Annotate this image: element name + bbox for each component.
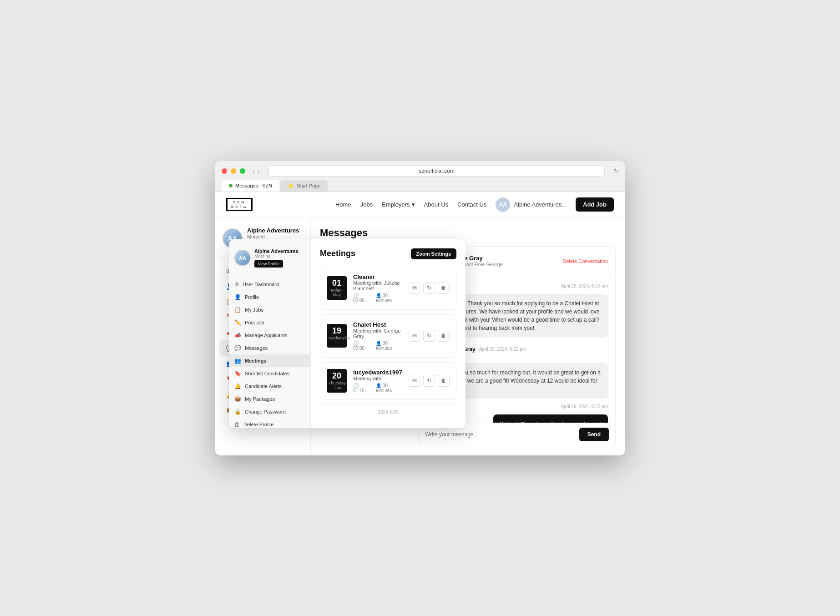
meetings-mini-profile: AA Alpine Adventures Morzine View Profil… xyxy=(229,248,310,273)
meetings-nav-item-messages-mini[interactable]: 💬Messages xyxy=(229,342,310,354)
nav-contact[interactable]: Contact Us xyxy=(457,201,486,208)
meetings-nav-item-manage-applicants-mini[interactable]: 📣Manage Applicants xyxy=(229,329,310,342)
sidebar-company-name: Alpine Adventures xyxy=(247,227,299,234)
mini-icon-profile-mini: 👤 xyxy=(234,294,241,300)
mini-label-profile-mini: Profile xyxy=(245,294,259,300)
nav-employers[interactable]: Employers ▾ xyxy=(382,201,415,208)
meetings-mini-company: Alpine Adventures xyxy=(254,248,299,254)
meetings-list: 01 Today · May Cleaner Meeting with: Jul… xyxy=(320,267,456,400)
meetings-nav-item-post-job-mini[interactable]: ✏️Post Job xyxy=(229,316,310,329)
nav-home[interactable]: Home xyxy=(335,201,351,208)
add-job-button[interactable]: Add Job xyxy=(576,197,614,212)
meetings-sidebar: AA Alpine Adventures Morzine View Profil… xyxy=(229,239,311,428)
mini-icon-meetings-mini: 👥 xyxy=(234,358,241,364)
meetings-nav-item-my-jobs-mini[interactable]: 📋My Jobs xyxy=(229,303,310,316)
meeting-duration-0: 👤 30 Minutes xyxy=(376,293,402,303)
meetings-nav-item-candidate-alerts-mini[interactable]: 🔔Candidate Alerts xyxy=(229,380,310,393)
user-menu[interactable]: AA Alpine Adventures... xyxy=(496,197,567,212)
meetings-view-profile-button[interactable]: View Profile xyxy=(254,260,283,268)
mini-icon-user-dashboard-mini: ⊞ xyxy=(234,281,239,288)
meeting-date-num-0: 01 xyxy=(329,279,345,287)
meeting-edit-1[interactable]: ✉ xyxy=(409,330,420,342)
meeting-duration-2: 👤 30 Minutes xyxy=(376,383,402,393)
meeting-card-2: 20 Thursday · Jun lucyedwards1997 Meetin… xyxy=(320,362,456,400)
meeting-duration-1: 👤 30 Minutes xyxy=(376,341,402,351)
mini-icon-manage-applicants-mini: 📣 xyxy=(234,332,241,338)
meetings-nav-item-my-packages-mini[interactable]: 📦My Packages xyxy=(229,393,310,405)
meeting-time-0: 🕐 00:00 xyxy=(353,293,369,303)
mini-icon-my-packages-mini: 📦 xyxy=(234,396,241,402)
meeting-edit-0[interactable]: ✉ xyxy=(409,282,420,294)
reload-btn[interactable]: ↻ xyxy=(614,168,618,174)
mini-label-post-job-mini: Post Job xyxy=(245,320,264,325)
close-btn[interactable] xyxy=(222,168,227,174)
delete-conversation-link[interactable]: Delete Conversation xyxy=(562,258,608,264)
meetings-nav-item-shortlist-mini[interactable]: 🔖Shortlist Candidates xyxy=(229,367,310,380)
meeting-with-1: Meeting with: George Gray xyxy=(353,328,402,339)
sidebar-location: Morzine xyxy=(247,234,299,239)
browser-titlebar: ‹ › sznofficial.com ↻ Messages · SZN ⭐ S… xyxy=(215,161,625,192)
meeting-delete-2[interactable]: 🗑 xyxy=(438,375,450,387)
meetings-nav-item-user-dashboard-mini[interactable]: ⊞User Dashboard xyxy=(229,278,310,291)
meeting-actions-2: ✉ ↻ 🗑 xyxy=(409,375,450,387)
mini-label-my-jobs-mini: My Jobs xyxy=(245,307,263,313)
meeting-time-1: 🕐 00:00 xyxy=(353,341,369,351)
mini-icon-shortlist-mini: 🔖 xyxy=(234,370,241,377)
site-logo: SZN BETA xyxy=(226,198,253,211)
meeting-date-badge-0: 01 Today · May xyxy=(327,276,347,300)
meetings-nav-item-delete-profile-mini[interactable]: 🗑Delete Profile xyxy=(229,418,310,428)
meetings-mini-avatar: AA xyxy=(234,250,251,266)
mini-icon-messages-mini: 💬 xyxy=(234,345,241,351)
start-page-tab[interactable]: ⭐ Start Page xyxy=(280,180,328,192)
meeting-date-num-2: 20 xyxy=(329,372,345,380)
meetings-nav-item-meetings-mini[interactable]: 👥Meetings xyxy=(229,354,310,367)
messages-tab[interactable]: Messages · SZN xyxy=(222,180,279,192)
minimize-btn[interactable] xyxy=(231,168,236,174)
meeting-refresh-2[interactable]: ↻ xyxy=(423,375,435,387)
maximize-btn[interactable] xyxy=(240,168,245,174)
navbar: SZN BETA Home Jobs Employers ▾ About Us … xyxy=(215,192,625,218)
meeting-date-badge-1: 19 Wednesday · - xyxy=(327,324,347,348)
meeting-refresh-1[interactable]: ↻ xyxy=(423,330,435,342)
meeting-date-badge-2: 20 Thursday · Jun xyxy=(327,369,347,393)
meetings-mini-location: Morzine xyxy=(254,254,299,259)
mini-label-messages-mini: Messages xyxy=(245,345,268,351)
mini-label-shortlist-mini: Shortlist Candidates xyxy=(245,371,289,376)
zoom-settings-button[interactable]: Zoom Settings xyxy=(411,248,456,259)
page-title: Messages xyxy=(320,227,616,239)
meeting-actions-0: ✉ ↻ 🗑 xyxy=(409,282,450,294)
meetings-nav-item-profile-mini[interactable]: 👤Profile xyxy=(229,291,310,303)
message-input[interactable] xyxy=(425,431,575,438)
meeting-actions-1: ✉ ↻ 🗑 xyxy=(409,330,450,342)
meeting-card-0: 01 Today · May Cleaner Meeting with: Jul… xyxy=(320,267,456,310)
back-btn[interactable]: ‹ xyxy=(253,167,255,175)
mini-label-manage-applicants-mini: Manage Applicants xyxy=(245,333,287,338)
meetings-window: AA Alpine Adventures Morzine View Profil… xyxy=(229,239,466,428)
mini-label-delete-profile-mini: Delete Profile xyxy=(243,422,273,427)
meeting-role-0: Cleaner xyxy=(353,273,402,280)
meeting-date-label-0: Today · May xyxy=(329,288,345,297)
mini-icon-change-password-mini: 🔒 xyxy=(234,409,241,415)
meeting-with-2: Meeting with: xyxy=(353,376,402,381)
meetings-header: Meetings Zoom Settings xyxy=(320,248,456,259)
nav-jobs[interactable]: Jobs xyxy=(360,201,373,208)
meeting-delete-1[interactable]: 🗑 xyxy=(438,330,450,342)
meeting-date-label-2: Thursday · Jun xyxy=(329,381,345,390)
send-button[interactable]: Send xyxy=(579,428,609,441)
mini-label-change-password-mini: Change Password xyxy=(245,409,286,414)
meetings-footer: 2024 SZN xyxy=(320,404,456,419)
nav-about[interactable]: About Us xyxy=(424,201,448,208)
mini-icon-my-jobs-mini: 📋 xyxy=(234,307,241,313)
meeting-edit-2[interactable]: ✉ xyxy=(409,375,420,387)
meetings-nav-item-change-password-mini[interactable]: 🔒Change Password xyxy=(229,405,310,418)
forward-btn[interactable]: › xyxy=(258,167,260,175)
meeting-refresh-0[interactable]: ↻ xyxy=(423,282,435,294)
meetings-mini-nav: ⊞User Dashboard👤Profile📋My Jobs✏️Post Jo… xyxy=(229,278,310,428)
mini-label-my-packages-mini: My Packages xyxy=(245,396,275,402)
chevron-down-icon: ▾ xyxy=(412,201,415,208)
meetings-content: Meetings Zoom Settings 01 Today · May Cl… xyxy=(311,239,466,428)
meeting-date-label-1: Wednesday · - xyxy=(329,336,345,345)
mini-label-meetings-mini: Meetings xyxy=(245,358,267,364)
address-bar[interactable]: sznofficial.com xyxy=(268,166,605,177)
meeting-delete-0[interactable]: 🗑 xyxy=(438,282,450,294)
